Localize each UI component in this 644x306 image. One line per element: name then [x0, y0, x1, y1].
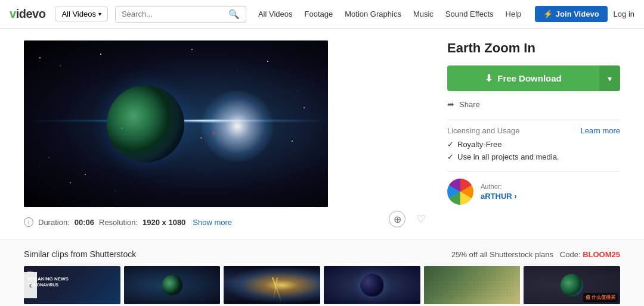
download-icon: ⬇ [485, 73, 493, 84]
shutterstock-promo: 25% off all Shutterstock plans Code: BLO… [451, 250, 620, 259]
thumbnail-item-2[interactable] [124, 266, 221, 304]
thumbnail-item-3[interactable] [224, 266, 320, 304]
thumbnail-item-4[interactable] [324, 266, 420, 304]
royalty-free-label: Royalty-Free [457, 140, 501, 149]
plus-circle-icon: ⊕ [394, 214, 401, 225]
thumbnail-item-1[interactable]: life BREAKING NEWS CORONAVIRUS [24, 266, 120, 304]
bottom-section: Similar clips from Shutterstock 25% off … [0, 239, 644, 306]
duration-label: Duration: [38, 218, 70, 227]
check-icon-1: ✓ [447, 140, 454, 149]
promo-code: BLOOM25 [583, 250, 620, 259]
promo-code-label: Code: [560, 250, 581, 259]
thumb-earth-6 [561, 274, 583, 296]
video-meta: i Duration: 00:06 Resolution: 1920 x 108… [24, 217, 232, 227]
share-row[interactable]: ➦ Share [447, 99, 620, 109]
join-label: Join Videvo [556, 10, 599, 18]
video-meta-row: i Duration: 00:06 Resolution: 1920 x 108… [24, 211, 429, 227]
lightning-icon: ⚡ [543, 10, 553, 18]
show-more-link[interactable]: Show more [193, 218, 232, 227]
licensing-header-row: Licensing and Usage Learn more [447, 126, 620, 135]
thumbnail-item-6[interactable]: 值 什么值得买 [524, 266, 620, 304]
main-content: i Duration: 00:06 Resolution: 1920 x 108… [0, 29, 644, 239]
header-actions: ⚡ Join Videvo Log in [535, 6, 634, 22]
search-icon: 🔍 [228, 9, 240, 20]
header: vvidevoidevo All Videos ▾ 🔍 All Videos F… [0, 0, 644, 29]
check-icon-2: ✓ [447, 152, 454, 161]
projects-media-label: Use in all projects and media. [457, 152, 559, 161]
nav-item-help[interactable]: Help [506, 10, 522, 18]
share-label: Share [459, 100, 480, 109]
login-link[interactable]: Log in [614, 10, 634, 18]
thumb-earth-4 [360, 273, 384, 297]
add-to-collection-button[interactable]: ⊕ [389, 211, 405, 227]
download-label: Free Download [497, 73, 562, 83]
thumbnail-item-5[interactable] [424, 266, 521, 304]
all-videos-label: All Videos [61, 10, 96, 18]
author-name-link[interactable]: aRTHUR › [481, 192, 517, 201]
logo: vvidevoidevo [10, 7, 45, 21]
favorite-button[interactable]: ♡ [413, 211, 429, 227]
search-input[interactable] [122, 10, 225, 18]
similar-header: Similar clips from Shutterstock 25% off … [24, 249, 620, 259]
watermark: 值 什么值得买 [583, 293, 618, 302]
right-panel: Earth Zoom In ⬇ Free Download ▾ ➦ Share … [447, 40, 620, 227]
video-section: i Duration: 00:06 Resolution: 1920 x 108… [24, 40, 429, 227]
video-actions: ⊕ ♡ [389, 211, 429, 227]
nav-item-music[interactable]: Music [413, 10, 434, 18]
duration-value: 00:06 [75, 218, 94, 227]
video-thumbnail[interactable] [24, 40, 328, 207]
video-preview [24, 40, 328, 207]
thumb-earth-2 [162, 275, 182, 296]
nav-item-motion-graphics[interactable]: Motion Graphics [345, 10, 401, 18]
video-title: Earth Zoom In [447, 40, 620, 56]
heart-icon: ♡ [416, 213, 426, 226]
earth-graphic [107, 85, 184, 163]
grid-overlay [430, 272, 515, 298]
join-button[interactable]: ⚡ Join Videvo [535, 6, 608, 22]
info-icon: i [24, 217, 33, 227]
prev-arrow-button[interactable]: ‹ [24, 272, 37, 298]
nav-item-footage[interactable]: Footage [305, 10, 333, 18]
royalty-free-item: ✓ Royalty-Free [447, 140, 620, 149]
all-videos-dropdown[interactable]: All Videos ▾ [55, 7, 108, 21]
author-avatar [447, 179, 473, 205]
divider-1 [447, 120, 620, 120]
author-info: Author: aRTHUR › [481, 183, 517, 201]
thumbnails-wrapper: ‹ life BREAKING NEWS CORONAVIRUS [24, 266, 620, 304]
learn-more-link[interactable]: Learn more [581, 126, 620, 135]
download-options-button[interactable]: ▾ [599, 65, 620, 91]
thumbnails-row: life BREAKING NEWS CORONAVIRUS [24, 266, 620, 304]
chevron-down-icon: ▾ [98, 11, 101, 17]
nav-item-sound-effects[interactable]: Sound Effects [445, 10, 494, 18]
dot-blue [121, 127, 123, 129]
nav-links: All Videos Footage Motion Graphics Music… [258, 10, 528, 18]
similar-clips-title: Similar clips from Shutterstock [24, 249, 136, 259]
free-download-button[interactable]: ⬇ Free Download [447, 65, 599, 91]
lens-flare [202, 90, 273, 162]
projects-media-item: ✓ Use in all projects and media. [447, 152, 620, 161]
search-bar: 🔍 [115, 6, 246, 23]
author-section: Author: aRTHUR › [447, 171, 620, 205]
nav-item-all-videos[interactable]: All Videos [258, 10, 293, 18]
resolution-label: Resolution: [99, 218, 138, 227]
share-icon: ➦ [447, 99, 454, 109]
author-label: Author: [481, 183, 517, 190]
promo-text: 25% off all Shutterstock plans [451, 250, 553, 259]
download-button-wrapper: ⬇ Free Download ▾ [447, 65, 620, 91]
resolution-value: 1920 x 1080 [143, 218, 185, 227]
chevron-down-icon: ▾ [608, 74, 612, 83]
licensing-label: Licensing and Usage [447, 126, 519, 135]
